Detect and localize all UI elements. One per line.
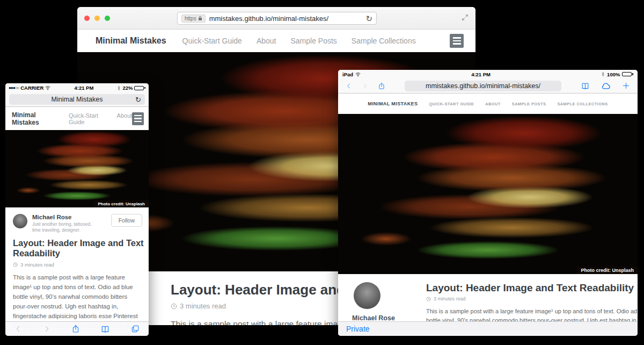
nav-link-about[interactable]: ABOUT — [485, 102, 501, 106]
close-window-button[interactable] — [84, 16, 90, 21]
lock-icon — [198, 16, 202, 21]
carrier-label: CARRIER — [20, 85, 43, 91]
nav-link-quick-start[interactable]: Quick-Start Guide — [182, 37, 242, 45]
iphone-status-bar: ●●●○○ CARRIER 4:21 PM 22% — [5, 83, 149, 92]
desktop-browser-chrome: https mmistakes.github.io/minimal-mistak… — [77, 7, 475, 30]
minimize-window-button[interactable] — [94, 16, 100, 21]
site-title-link[interactable]: MINIMAL MISTAKES — [368, 101, 418, 106]
address-field[interactable]: mmistakes.github.io/minimal-mistakes/ — [405, 81, 561, 91]
follow-button[interactable]: Follow — [111, 214, 142, 227]
clock-time: 4:21 PM — [52, 85, 115, 91]
window-controls — [84, 16, 110, 21]
private-browsing-bar: Private — [338, 321, 638, 336]
photo-credit: Photo credit: Unsplash — [577, 267, 638, 274]
battery-icon — [622, 72, 633, 76]
nav-link-about[interactable]: About — [257, 37, 276, 45]
nav-link-sample-collections[interactable]: SAMPLE COLLECTIONS — [557, 102, 608, 106]
icloud-tabs-icon[interactable] — [601, 82, 611, 90]
url-text: mmistakes.github.io/minimal-mistakes/ — [209, 15, 329, 23]
new-tab-icon[interactable] — [622, 82, 630, 90]
author-name: Michael Rose — [352, 314, 412, 322]
bookmarks-icon[interactable] — [581, 82, 590, 90]
menu-toggle-button[interactable] — [450, 34, 464, 48]
wifi-icon — [45, 85, 50, 90]
nav-link-quick-start[interactable]: QUICK-START GUIDE — [429, 102, 474, 106]
tabs-icon[interactable] — [131, 325, 140, 333]
responsive-showcase-canvas: https mmistakes.github.io/minimal-mistak… — [0, 0, 644, 345]
avatar — [13, 214, 27, 228]
menu-toggle-button[interactable] — [132, 112, 144, 125]
address-bar[interactable]: https mmistakes.github.io/minimal-mistak… — [177, 12, 377, 25]
bluetooth-icon — [117, 85, 121, 91]
post-title: Layout: Header Image and Text Readabilit… — [13, 238, 144, 259]
https-badge: https — [181, 15, 206, 23]
desktop-site-nav: Minimal Mistakes Quick-Start Guide About… — [77, 30, 475, 52]
wifi-icon — [355, 72, 361, 77]
zoom-window-button[interactable] — [105, 16, 110, 21]
ipad-screen: iPad 4:21 PM 100% mmistakes.github.io/mi… — [338, 70, 638, 336]
reload-button[interactable]: ↻ — [365, 15, 372, 23]
back-icon[interactable] — [14, 325, 22, 333]
battery-icon — [134, 86, 145, 90]
nav-link-quick-start[interactable]: Quick-Start Guide — [69, 112, 109, 125]
avatar — [354, 282, 380, 309]
device-label: iPad — [342, 71, 353, 77]
url-text: mmistakes.github.io/minimal-mistakes/ — [426, 82, 540, 90]
post-title: Layout: Header Image and Text Readabilit… — [426, 282, 638, 294]
nav-link-sample-posts[interactable]: SAMPLE POSTS — [512, 102, 546, 106]
reload-button[interactable]: ↻ — [135, 96, 141, 103]
site-title-link[interactable]: Minimal Mistakes — [96, 36, 166, 46]
private-button[interactable]: Private — [346, 325, 370, 333]
signal-strength-icon: ●●●○○ — [9, 85, 19, 90]
header-leaf-image: Photo credit: Unsplash — [338, 114, 638, 274]
author-block: Michael Rose Just another boring, tattoo… — [5, 207, 149, 236]
author-bio: Just another boring, tattooed, time trav… — [32, 221, 99, 234]
iphone-site-nav: Minimal Mistakes Quick-Start Guide About — [5, 107, 149, 130]
address-field[interactable]: Minimal Mistakes ↻ — [9, 94, 145, 105]
iphone-url-bar: Minimal Mistakes ↻ — [5, 92, 149, 107]
battery-percent: 100% — [607, 71, 620, 77]
safari-bottom-toolbar — [5, 321, 149, 336]
read-time: 3 minutes read — [180, 302, 226, 310]
forward-icon[interactable] — [362, 82, 368, 90]
clock-icon — [13, 262, 18, 267]
share-icon[interactable] — [71, 324, 80, 334]
photo-credit: Photo credit: Unsplash — [94, 200, 149, 207]
ipad-status-bar: iPad 4:21 PM 100% — [338, 70, 638, 78]
share-icon[interactable] — [378, 82, 385, 90]
site-title-link[interactable]: Minimal Mistakes — [12, 111, 60, 126]
nav-link-about[interactable]: About — [117, 112, 133, 125]
fullscreen-icon[interactable] — [462, 14, 469, 21]
read-time: 3 minutes read — [20, 262, 54, 268]
ipad-site-nav: MINIMAL MISTAKES QUICK-START GUIDE ABOUT… — [338, 94, 638, 114]
nav-link-sample-collections[interactable]: Sample Collections — [352, 37, 416, 45]
page-title: Minimal Mistakes — [52, 96, 103, 103]
clock-icon — [171, 303, 177, 310]
iphone-screen: ●●●○○ CARRIER 4:21 PM 22% Minimal Mistak… — [5, 83, 149, 336]
author-name: Michael Rose — [32, 214, 99, 220]
forward-icon[interactable] — [43, 325, 50, 333]
clock-time: 4:21 PM — [363, 71, 599, 77]
battery-percent: 22% — [122, 85, 133, 91]
bookmarks-icon[interactable] — [100, 325, 110, 334]
clock-icon — [426, 297, 431, 301]
safari-toolbar: mmistakes.github.io/minimal-mistakes/ — [338, 78, 638, 94]
https-label: https — [185, 16, 196, 21]
header-leaf-image: Photo credit: Unsplash — [5, 130, 149, 207]
read-time: 3 minutes read — [434, 296, 466, 301]
bluetooth-icon — [601, 71, 605, 77]
back-icon[interactable] — [346, 82, 352, 90]
nav-link-sample-posts[interactable]: Sample Posts — [290, 37, 336, 45]
